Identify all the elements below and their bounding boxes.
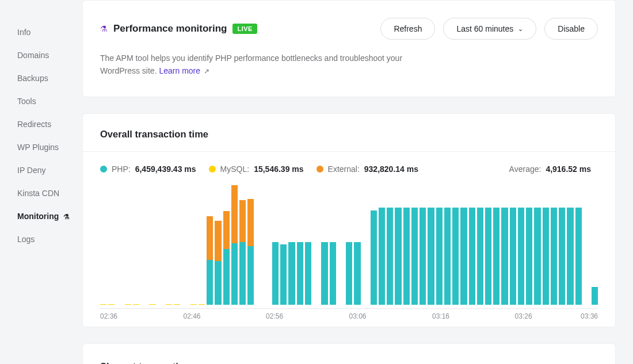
chart-bar[interactable]: [559, 185, 565, 305]
sidebar-item-domains[interactable]: Domains: [17, 44, 82, 67]
chart-bar[interactable]: [567, 185, 573, 305]
chart-bar[interactable]: [534, 185, 540, 305]
sidebar-item-wp-plugins[interactable]: WP Plugins: [17, 136, 82, 159]
chart-bar[interactable]: [501, 185, 508, 305]
chart-bar[interactable]: [247, 185, 254, 305]
chart-bar[interactable]: [371, 185, 377, 305]
chart-bar[interactable]: [592, 185, 598, 305]
chart-bar[interactable]: [174, 185, 180, 305]
chart-bar[interactable]: [108, 185, 115, 305]
chart-bar[interactable]: [256, 185, 262, 305]
sidebar-item-monitoring[interactable]: Monitoring ⚗: [17, 205, 82, 228]
chart-bar[interactable]: [321, 185, 327, 305]
chart-bar[interactable]: [411, 185, 418, 305]
live-badge: LIVE: [232, 24, 257, 34]
legend-value: 15,546.39 ms: [254, 164, 303, 174]
sidebar-item-label: Monitoring: [17, 212, 59, 221]
chart-bar[interactable]: [543, 185, 549, 305]
axis-tick: 03:36: [581, 312, 598, 320]
chart-bar[interactable]: [313, 185, 319, 305]
sidebar-item-tools[interactable]: Tools: [17, 90, 82, 113]
legend-label: Average:: [509, 164, 542, 174]
chart-bar[interactable]: [166, 185, 172, 305]
chart-bar[interactable]: [387, 185, 393, 305]
disable-button[interactable]: Disable: [544, 18, 598, 40]
flask-icon: ⚗: [63, 213, 70, 221]
chart-bar[interactable]: [452, 185, 459, 305]
chart-bar[interactable]: [190, 185, 197, 305]
sidebar-item-backups[interactable]: Backups: [17, 67, 82, 90]
chart-bar[interactable]: [493, 185, 499, 305]
legend-mysql: MySQL: 15,546.39 ms: [209, 164, 304, 174]
chart-bar[interactable]: [264, 185, 270, 305]
main-content: ⚗ Performance monitoring LIVE Refresh La…: [82, 0, 633, 364]
chart-bar[interactable]: [280, 185, 287, 305]
chart-bar[interactable]: [510, 185, 516, 305]
slowest-transactions-card: Slowest transactions: [82, 343, 616, 364]
refresh-button[interactable]: Refresh: [380, 18, 435, 40]
chart-bar[interactable]: [141, 185, 147, 305]
chart-bar[interactable]: [231, 185, 238, 305]
chart-bar[interactable]: [379, 185, 385, 305]
legend-label: External:: [328, 164, 360, 174]
sidebar-item-redirects[interactable]: Redirects: [17, 113, 82, 136]
chart-bar[interactable]: [551, 185, 557, 305]
sidebar-item-info[interactable]: Info: [17, 21, 82, 44]
chart-bar[interactable]: [330, 185, 336, 305]
chart-bar[interactable]: [338, 185, 344, 305]
chart-bar[interactable]: [215, 185, 221, 305]
chart-bar[interactable]: [403, 185, 410, 305]
chart-bar[interactable]: [125, 185, 131, 305]
chart-bar[interactable]: [436, 185, 443, 305]
chart-x-axis: 02:3602:4602:5603:0603:1603:2603:36: [100, 308, 598, 322]
chart-bar[interactable]: [199, 185, 205, 305]
sidebar-item-ip-deny[interactable]: IP Deny: [17, 159, 82, 182]
chart-bar[interactable]: [395, 185, 401, 305]
sidebar-item-logs[interactable]: Logs: [17, 228, 82, 251]
legend-value: 6,459,439.43 ms: [135, 164, 196, 174]
chart-bar[interactable]: [116, 185, 123, 305]
chart-bar[interactable]: [575, 185, 582, 305]
chart-bar[interactable]: [363, 185, 369, 305]
axis-tick: 02:46: [183, 312, 200, 320]
chart-bar[interactable]: [477, 185, 483, 305]
dot-icon-mysql: [209, 166, 216, 173]
legend-php: PHP: 6,459,439.43 ms: [100, 164, 196, 174]
chart-bar[interactable]: [584, 185, 590, 305]
chart-bar[interactable]: [158, 185, 164, 305]
chart-bar[interactable]: [485, 185, 491, 305]
slowest-title: Slowest transactions: [100, 361, 598, 364]
sidebar-item-kinsta-cdn[interactable]: Kinsta CDN: [17, 182, 82, 205]
chart-bar[interactable]: [518, 185, 524, 305]
chart-bar[interactable]: [460, 185, 467, 305]
learn-more-link[interactable]: Learn more: [159, 66, 200, 75]
subtext-body: The APM tool helps you identify PHP perf…: [100, 53, 402, 75]
divider: [83, 151, 615, 152]
chart-bar[interactable]: [272, 185, 279, 305]
flask-icon: ⚗: [100, 24, 108, 33]
chevron-down-icon: ⌄: [518, 25, 523, 33]
chart-bar[interactable]: [133, 185, 139, 305]
chart-bar[interactable]: [444, 185, 451, 305]
chart-bar[interactable]: [149, 185, 155, 305]
chart-bar[interactable]: [346, 185, 352, 305]
chart-bar[interactable]: [305, 185, 311, 305]
legend-external: External: 932,820.14 ms: [316, 164, 418, 174]
chart-bar[interactable]: [239, 185, 246, 305]
chart-bar[interactable]: [182, 185, 188, 305]
chart-bar[interactable]: [223, 185, 230, 305]
chart-bar[interactable]: [207, 185, 213, 305]
chart-legend: PHP: 6,459,439.43 ms MySQL: 15,546.39 ms…: [100, 164, 598, 174]
chart-bar[interactable]: [354, 185, 360, 305]
chart-bar[interactable]: [420, 185, 426, 305]
chart-bar[interactable]: [100, 185, 106, 305]
chart-bar[interactable]: [297, 185, 303, 305]
chart-bar[interactable]: [288, 185, 295, 305]
time-range-dropdown[interactable]: Last 60 minutes ⌄: [443, 18, 536, 40]
header-subtext: The APM tool helps you identify PHP perf…: [100, 52, 417, 77]
chart-bar[interactable]: [469, 185, 475, 305]
chart-bar[interactable]: [526, 185, 532, 305]
dot-icon-external: [316, 166, 323, 173]
axis-tick: 03:06: [349, 312, 367, 320]
chart-bar[interactable]: [428, 185, 434, 305]
